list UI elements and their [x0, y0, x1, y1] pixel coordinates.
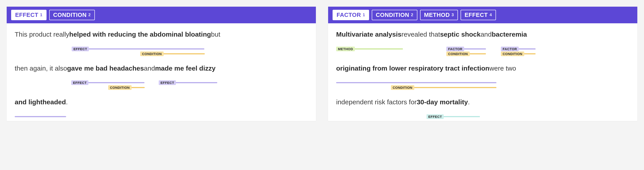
card-body: This product really helped with reducing… [7, 23, 316, 115]
tag-effect[interactable]: EFFECT [72, 47, 89, 51]
label-pill-effect[interactable]: EFFECT1 [11, 10, 46, 20]
tag-condition[interactable]: CONDITION [446, 52, 470, 56]
text-line: then again, it also gave me bad headache… [15, 64, 308, 85]
text-line: independent risk factors for 30-day mort… [336, 98, 629, 114]
text-span: . [468, 98, 470, 107]
tag-effect[interactable]: EFFECT [159, 80, 176, 85]
card-body: Multivariate analysis revealed that sept… [328, 23, 637, 115]
tag-method[interactable]: METHOD [336, 47, 355, 51]
pill-hotkey: 4 [490, 13, 492, 17]
pill-text: EFFECT [15, 11, 38, 18]
pill-hotkey: 1 [40, 13, 42, 17]
entity-span[interactable]: gave me bad headaches [67, 64, 144, 73]
entity-span[interactable]: and lightheaded [15, 98, 66, 107]
entity-span[interactable]: made me feel dizzy [155, 64, 216, 73]
label-pill-condition[interactable]: CONDITION2 [49, 10, 95, 20]
label-pill-factor[interactable]: FACTOR1 [332, 10, 369, 20]
tag-effect[interactable]: EFFECT [71, 80, 88, 85]
entity-span[interactable]: bacteremia [492, 30, 527, 39]
text-span: revealed that [401, 30, 440, 39]
pill-text: EFFECT [464, 11, 488, 18]
annotation-spacer [15, 107, 308, 114]
text-span: but [211, 30, 220, 39]
text-line: This product really helped with reducing… [15, 30, 308, 51]
text-span: and [480, 30, 492, 39]
annotation-card: EFFECT1CONDITION2This product really hel… [7, 7, 316, 121]
text-line: Multivariate analysis revealed that sept… [336, 30, 629, 51]
card-header: EFFECT1CONDITION2 [7, 7, 316, 23]
entity-span[interactable]: Multivariate analysis [336, 30, 401, 39]
underline-effect [15, 116, 66, 117]
pill-hotkey: 2 [88, 13, 91, 17]
pill-text: CONDITION [53, 11, 86, 18]
text-span: were two [489, 64, 516, 73]
underline-effect [72, 48, 204, 50]
text-span: This product really [15, 30, 69, 39]
entity-span[interactable]: septic shock [440, 30, 480, 39]
pill-hotkey: 3 [452, 13, 454, 17]
pill-text: CONDITION [376, 11, 409, 18]
tag-factor[interactable]: FACTOR [446, 47, 464, 51]
tag-effect2[interactable]: EFFECT [426, 114, 444, 119]
entity-span[interactable]: originating from lower respiratory tract… [336, 64, 489, 73]
text-span: independent risk factors for [336, 98, 417, 107]
tag-condition[interactable]: CONDITION [140, 52, 164, 56]
text-span: and [144, 64, 155, 73]
annotation-card: FACTOR1CONDITION2METHOD3EFFECT4Multivari… [328, 7, 637, 121]
entity-span[interactable]: helped with reducing the abdominal bloat… [69, 30, 211, 39]
label-pill-method[interactable]: METHOD3 [420, 10, 458, 20]
tag-condition[interactable]: CONDITION [108, 85, 132, 90]
text-span: . [66, 98, 68, 107]
tag-condition[interactable]: CONDITION [391, 85, 414, 90]
card-header: FACTOR1CONDITION2METHOD3EFFECT4 [328, 7, 637, 23]
pill-text: FACTOR [336, 11, 361, 18]
pill-hotkey: 1 [363, 13, 365, 17]
pill-text: METHOD [424, 11, 450, 18]
text-line: originating from lower respiratory tract… [336, 64, 629, 85]
pill-hotkey: 2 [411, 13, 414, 17]
tag-factor[interactable]: FACTOR [501, 47, 519, 51]
text-line: and lightheaded. [15, 98, 308, 114]
text-span: then again, it also [15, 64, 67, 73]
label-pill-condition[interactable]: CONDITION2 [372, 10, 418, 20]
entity-span[interactable]: 30-day mortality [417, 98, 468, 107]
label-pill-effect[interactable]: EFFECT4 [460, 10, 496, 20]
annotation-spacer [336, 107, 629, 114]
underline-factor [336, 82, 496, 83]
tag-condition[interactable]: CONDITION [501, 52, 524, 56]
